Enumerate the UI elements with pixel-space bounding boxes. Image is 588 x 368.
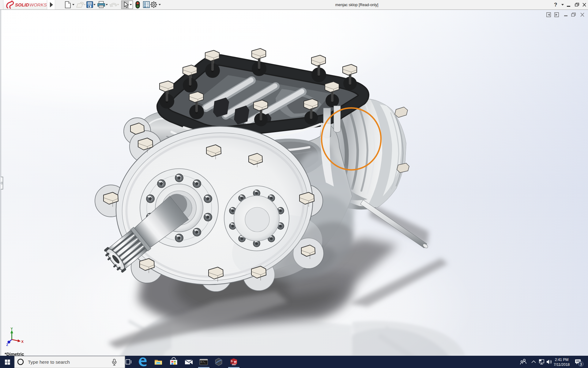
svg-text:W: W xyxy=(234,360,237,363)
svg-text:X: X xyxy=(21,340,24,343)
svg-text:*Dimetric: *Dimetric xyxy=(5,352,24,356)
svg-text:WORKS: WORKS xyxy=(29,2,47,7)
svg-text:7/11/2018: 7/11/2018 xyxy=(554,362,570,367)
svg-text:S: S xyxy=(231,359,233,363)
svg-text:2017: 2017 xyxy=(232,363,236,366)
svg-text:C:\_: C:\_ xyxy=(201,361,206,363)
svg-text:?: ? xyxy=(554,2,557,8)
svg-text:2:41 PM: 2:41 PM xyxy=(555,358,569,362)
svg-text:Type here to search: Type here to search xyxy=(28,359,70,365)
svg-text:3: 3 xyxy=(580,362,582,366)
svg-text:SOLID: SOLID xyxy=(15,2,29,7)
svg-text:Z: Z xyxy=(6,343,8,347)
